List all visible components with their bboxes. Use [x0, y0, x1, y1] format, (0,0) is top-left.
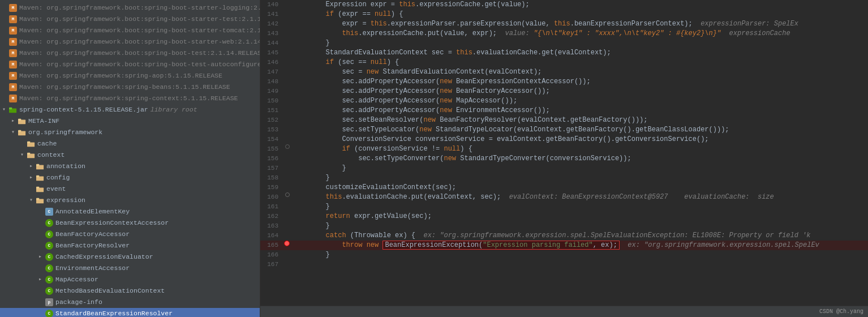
- svg-rect-17: [36, 198, 39, 200]
- tree-item-bean-factory-accessor[interactable]: C BeanFactoryAccessor: [0, 229, 260, 240]
- maven-icon: M: [9, 38, 17, 46]
- tree-item-cached-expression-evaluator[interactable]: C CachedExpressionEvaluator: [0, 251, 260, 263]
- item-label: Maven: org.springframework.boot:spring-b…: [19, 25, 260, 36]
- file-tree[interactable]: M Maven: org.springframework.boot:spring…: [0, 0, 260, 317]
- line-num-158: 158: [260, 173, 283, 183]
- code-line-163: 163 }: [260, 221, 868, 231]
- svg-rect-7: [27, 142, 30, 144]
- tree-item-config[interactable]: config: [0, 172, 260, 183]
- item-label: StandardBeanExpressionResolver: [55, 309, 173, 317]
- line-content-165: throw new BeanExpressionException("Expre…: [291, 241, 868, 250]
- line-num-152: 152: [260, 115, 283, 125]
- item-label: BeanFactoryAccessor: [55, 229, 130, 239]
- maven-icon: M: [9, 61, 17, 68]
- line-num-155: 155: [260, 144, 283, 154]
- maven-icon: M: [9, 95, 17, 102]
- line-num-146: 146: [260, 58, 283, 67]
- line-num-166: 166: [260, 250, 283, 260]
- code-line-151: 151 sec.addPropertyAccessor(new Environm…: [260, 106, 868, 115]
- tree-item-maven9[interactable]: M Maven: org.springframework:spring-cont…: [0, 93, 260, 104]
- gutter-marker-160: [285, 192, 290, 197]
- line-content-158: }: [291, 173, 868, 183]
- maven-icon: M: [9, 27, 17, 35]
- item-label: Maven: org.springframework.boot:spring-b…: [19, 59, 260, 70]
- tree-item-orgspring[interactable]: org.springframework: [0, 127, 260, 138]
- class-icon: C: [45, 208, 53, 216]
- tree-item-map-accessor[interactable]: C MapAccessor: [0, 274, 260, 285]
- line-num-140: 140: [260, 0, 283, 10]
- code-line-161: 161 }: [260, 202, 868, 212]
- line-content-147: sec = new StandardEvaluationContext(eval…: [291, 67, 868, 77]
- tree-item-cache[interactable]: cache: [0, 138, 260, 149]
- code-line-156: 156 sec.setTypeConverter(new StandardTyp…: [260, 154, 868, 164]
- tree-item-maven5[interactable]: M Maven: org.springframework.boot:spring…: [0, 48, 260, 59]
- tree-item-metainf[interactable]: META-INF: [0, 115, 260, 127]
- cache-label: cache: [37, 139, 57, 149]
- tree-item-maven7[interactable]: M Maven: org.springframework:spring-aop:…: [0, 70, 260, 82]
- line-content-162: return expr.getValue(sec);: [291, 212, 868, 221]
- class-circle-icon: C: [45, 230, 53, 238]
- code-line-159: 159 customizeEvaluationContext(sec);: [260, 183, 868, 192]
- tree-item-standard-bean-expression-resolver[interactable]: C StandardBeanExpressionResolver: [0, 308, 260, 317]
- line-content-153: sec.setTypeLocator(new StandardTypeLocat…: [291, 125, 868, 135]
- line-num-147: 147: [260, 67, 283, 77]
- line-content-163: }: [291, 221, 868, 231]
- line-content-149: sec.addPropertyAccessor(new BeanFactoryA…: [291, 87, 868, 96]
- item-label: config: [46, 173, 70, 183]
- tree-item-annotation[interactable]: annotation: [0, 161, 260, 172]
- tree-item-environment-accessor[interactable]: C EnvironmentAccessor: [0, 263, 260, 274]
- library-root-label: library root: [151, 105, 197, 115]
- tree-item-event[interactable]: event: [0, 183, 260, 195]
- line-content-140: Expression expr = this.expressionCache.g…: [291, 0, 868, 10]
- svg-rect-1: [9, 108, 12, 110]
- line-content-142: expr = this.expressionParser.parseExpres…: [291, 19, 868, 29]
- tree-item-maven3[interactable]: M Maven: org.springframework.boot:spring…: [0, 25, 260, 36]
- svg-rect-11: [36, 164, 39, 166]
- tree-item-maven2[interactable]: M Maven: org.springframework.boot:spring…: [0, 14, 260, 25]
- jar-label: spring-context-5.1.15.RELEASE.jar: [19, 105, 148, 115]
- tree-item-annotated-element-key[interactable]: C AnnotatedElementKey: [0, 206, 260, 217]
- code-editor: 140 Expression expr = this.expressionCac…: [260, 0, 868, 317]
- line-num-161: 161: [260, 202, 283, 212]
- arrow-closed-icon: [11, 116, 18, 126]
- class-circle-icon: C: [45, 264, 53, 272]
- line-content-148: sec.addPropertyAccessor(new BeanExpressi…: [291, 77, 868, 87]
- line-content-154: ConversionService conversionService = ev…: [291, 135, 868, 144]
- code-line-157: 157 }: [260, 164, 868, 173]
- maven-icon: M: [9, 4, 17, 12]
- code-line-142: 142 expr = this.expressionParser.parseEx…: [260, 19, 868, 29]
- class-circle-icon: C: [45, 276, 53, 284]
- tree-item-maven1[interactable]: M Maven: org.springframework.boot:spring…: [0, 2, 260, 14]
- tree-item-bean-expression-context-accessor[interactable]: C BeanExpressionContextAccessor: [0, 217, 260, 229]
- gutter-155: [283, 144, 291, 149]
- arrow-closed-icon: [38, 252, 45, 262]
- line-num-150: 150: [260, 96, 283, 106]
- tree-item-package-info[interactable]: p package-info: [0, 297, 260, 308]
- line-num-141: 141: [260, 10, 283, 19]
- line-content-156: sec.setTypeConverter(new StandardTypeCon…: [291, 154, 868, 164]
- folder-icon: [36, 174, 44, 181]
- tree-item-method-based-evaluation-context[interactable]: C MethodBasedEvaluationContext: [0, 285, 260, 297]
- item-label: META-INF: [28, 116, 59, 126]
- svg-rect-15: [36, 187, 39, 189]
- tree-item-maven4[interactable]: M Maven: org.springframework.boot:spring…: [0, 36, 260, 48]
- line-num-154: 154: [260, 135, 283, 144]
- tree-item-jar[interactable]: spring-context-5.1.15.RELEASE.jar librar…: [0, 104, 260, 115]
- code-line-160: 160 this.evaluationCache.put(evalContext…: [260, 192, 868, 202]
- code-line-152: 152 sec.setBeanResolver(new BeanFactoryR…: [260, 115, 868, 125]
- line-num-143: 143: [260, 29, 283, 38]
- maven-icon: M: [9, 49, 17, 57]
- tree-item-maven8[interactable]: M Maven: org.springframework:spring-bean…: [0, 82, 260, 93]
- line-content-150: sec.addPropertyAccessor(new MapAccessor(…: [291, 96, 868, 106]
- line-num-142: 142: [260, 19, 283, 29]
- line-content-157: }: [291, 164, 868, 173]
- line-content-155: if (conversionService != null) {: [291, 144, 868, 154]
- item-label: event: [46, 184, 66, 194]
- tree-item-context[interactable]: context: [0, 149, 260, 161]
- tree-item-maven6[interactable]: M Maven: org.springframework.boot:spring…: [0, 59, 260, 70]
- tree-item-expression[interactable]: expression: [0, 195, 260, 206]
- gutter-165: [283, 241, 291, 246]
- line-content-145: StandardEvaluationContext sec = this.eva…: [291, 48, 868, 58]
- line-content-161: }: [291, 202, 868, 212]
- tree-item-bean-factory-resolver[interactable]: C BeanFactoryResolver: [0, 240, 260, 251]
